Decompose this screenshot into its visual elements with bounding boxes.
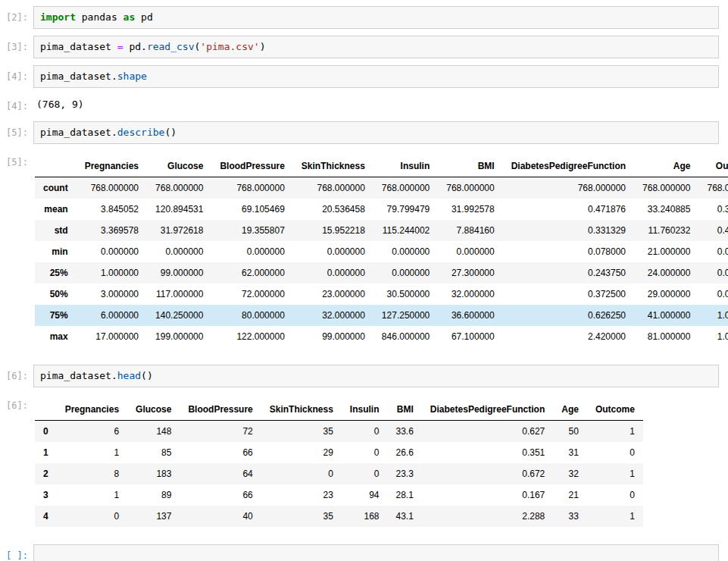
table-data-cell: 23.000000: [293, 284, 373, 305]
table-row: 75%6.000000140.25000080.00000032.0000001…: [35, 305, 728, 326]
code-cell: [2]:import pandas as pd: [0, 6, 719, 29]
table-data-cell: 15.952218: [293, 220, 373, 241]
table-data-cell: 0: [342, 442, 388, 463]
table-data-cell: 1: [587, 506, 643, 527]
table-data-cell: 7.884160: [438, 220, 502, 241]
table-data-cell: 0.626250: [503, 305, 634, 326]
table-data-cell: 23.3: [388, 463, 422, 484]
table-data-cell: 21.000000: [634, 241, 698, 262]
table-data-cell: 31.992578: [438, 199, 502, 220]
dataframe-body: 061487235033.60.62750111856629026.60.351…: [35, 421, 643, 528]
table-index-cell: 50%: [35, 284, 77, 305]
text-output: (768, 9): [36, 99, 719, 110]
table-data-cell: 50: [553, 421, 587, 443]
code-editor[interactable]: pima_dataset.shape: [33, 65, 719, 88]
input-prompt: [6]:: [0, 365, 33, 381]
table-data-cell: 99.000000: [147, 262, 211, 284]
table-index-cell: 2: [35, 463, 57, 484]
table-data-cell: 768.000000: [147, 177, 211, 199]
output-cell: [4]:(768, 9): [0, 95, 719, 111]
table-row: 50%3.000000117.00000072.00000023.0000003…: [35, 284, 728, 305]
table-data-cell: 32: [553, 463, 587, 484]
table-data-cell: 120.894531: [147, 199, 211, 220]
table-data-cell: 29.000000: [634, 284, 698, 305]
table-header-cell: Glucose: [147, 155, 211, 177]
code-editor[interactable]: pima_dataset.head(): [33, 365, 719, 387]
table-data-cell: 0.000000: [373, 262, 438, 284]
table-index-cell: 75%: [35, 305, 77, 326]
code-editor[interactable]: pima_dataset.describe(): [33, 121, 719, 144]
output-prompt: [6]:: [0, 394, 33, 411]
code-token: as: [123, 11, 136, 23]
table-data-cell: 36.600000: [438, 305, 502, 326]
table-data-cell: 0: [57, 506, 127, 527]
cell-body: pima_dataset.head(): [33, 365, 719, 387]
table-header-cell: DiabetesPedigreeFunction: [503, 155, 634, 177]
table-data-cell: 0.348958: [698, 199, 728, 220]
code-token: pima_dataset.: [40, 370, 117, 381]
table-data-cell: 8: [57, 463, 127, 484]
table-data-cell: 64: [180, 463, 261, 484]
table-index-cell: mean: [35, 199, 77, 220]
table-data-cell: 33: [553, 506, 587, 527]
output-prompt: [4]:: [0, 95, 33, 111]
table-data-cell: 80.000000: [211, 305, 292, 326]
code-editor[interactable]: import pandas as pd: [33, 6, 719, 29]
table-header-cell: Pregnancies: [57, 399, 127, 421]
code-token: pima_dataset: [40, 41, 117, 52]
cell-body: pima_dataset = pd.read_csv('pima.csv'): [33, 36, 719, 58]
table-data-cell: 768.000000: [503, 177, 634, 199]
table-header-cell: BloodPressure: [211, 155, 292, 177]
table-index-cell: min: [35, 241, 77, 262]
table-data-cell: 0.351: [422, 442, 553, 463]
table-data-cell: 17.000000: [77, 326, 147, 347]
cell-body: pima_dataset.shape: [33, 65, 719, 88]
output-cell: [5]:PregnanciesGlucoseBloodPressureSkinT…: [0, 151, 719, 355]
table-data-cell: 6.000000: [77, 305, 147, 326]
table-data-cell: 115.244002: [373, 220, 438, 241]
table-data-cell: 32.000000: [438, 284, 502, 305]
table-data-cell: 0.372500: [503, 284, 634, 305]
table-data-cell: 1: [587, 463, 643, 484]
table-data-cell: 21: [553, 484, 587, 506]
code-token: pima_dataset.: [40, 127, 117, 138]
table-header-cell: BloodPressure: [180, 399, 261, 421]
table-data-cell: 183: [127, 463, 180, 484]
table-data-cell: 2.420000: [503, 326, 634, 347]
table-header-cell: Outcome: [587, 399, 643, 421]
table-data-cell: 768.000000: [634, 177, 698, 199]
table-header-cell: [35, 399, 57, 421]
table-data-cell: 94: [342, 484, 388, 506]
table-data-cell: 768.000000: [373, 177, 438, 199]
code-token: 'pima.csv': [200, 41, 259, 52]
table-row: mean3.845052120.89453169.10546920.536458…: [35, 199, 728, 220]
code-line: pima_dataset = pd.read_csv('pima.csv'): [40, 41, 712, 53]
table-data-cell: 26.6: [388, 442, 422, 463]
input-prompt: [2]:: [0, 6, 33, 23]
table-data-cell: 0: [342, 421, 388, 443]
table-data-cell: 62.000000: [211, 262, 292, 284]
table-header-cell: BMI: [388, 399, 422, 421]
table-header-row: PregnanciesGlucoseBloodPressureSkinThick…: [35, 399, 643, 421]
dataframe-body: count768.000000768.000000768.000000768.0…: [35, 177, 728, 348]
table-row: std3.36957831.97261819.35580715.95221811…: [35, 220, 728, 241]
table-index-cell: std: [35, 220, 77, 241]
table-data-cell: 0.471876: [503, 199, 634, 220]
code-editor[interactable]: pima_dataset = pd.read_csv('pima.csv'): [33, 36, 719, 58]
table-data-cell: 127.250000: [373, 305, 438, 326]
table-header-cell: Pregnancies: [77, 155, 147, 177]
table-index-cell: 0: [35, 421, 57, 443]
code-token: pd.: [123, 41, 147, 52]
table-data-cell: 43.1: [388, 506, 422, 527]
table-data-cell: 72: [180, 421, 261, 443]
table-data-cell: 69.105469: [211, 199, 292, 220]
table-row: min0.0000000.0000000.0000000.0000000.000…: [35, 241, 728, 262]
table-data-cell: 140.250000: [147, 305, 211, 326]
table-data-cell: 11.760232: [634, 220, 698, 241]
table-data-cell: 20.536458: [293, 199, 373, 220]
code-editor[interactable]: [33, 544, 719, 561]
table-data-cell: 199.000000: [147, 326, 211, 347]
table-data-cell: 768.000000: [211, 177, 292, 199]
table-header-cell: DiabetesPedigreeFunction: [422, 399, 553, 421]
table-data-cell: 0.000000: [698, 241, 728, 262]
